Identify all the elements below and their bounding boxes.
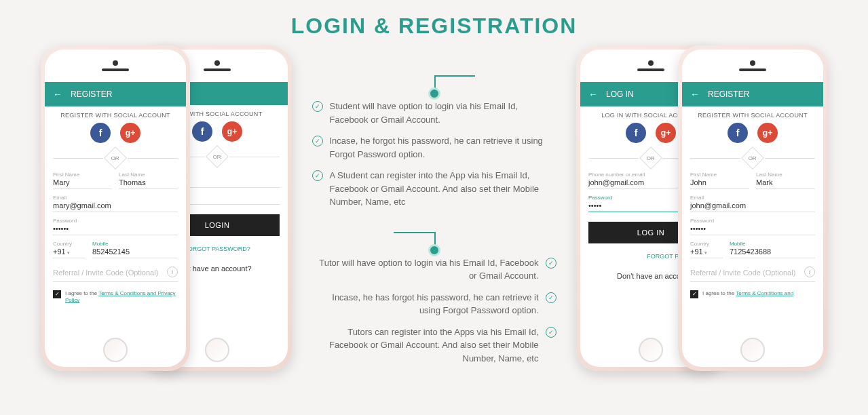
- social-title: REGISTER WITH SOCIAL ACCOUNT: [45, 106, 186, 123]
- info-icon[interactable]: i: [804, 266, 815, 277]
- first-name-field[interactable]: First Name Mary: [53, 170, 112, 189]
- country-field[interactable]: Country +91▾: [690, 239, 723, 258]
- phone-bezel-top: [682, 50, 823, 82]
- first-name-field[interactable]: First Name John: [690, 170, 749, 189]
- page-title: LOGIN & REGISTRATION: [0, 0, 868, 45]
- connector-dot: [428, 244, 440, 256]
- agree-terms-row[interactable]: ✓ I agree to the Terms & Conditions and …: [53, 286, 178, 309]
- mobile-value: 852452145: [92, 247, 178, 256]
- phone-bezel-bottom: [45, 333, 186, 367]
- last-name-label: Last Name: [119, 172, 178, 178]
- referral-field[interactable]: Referral / Invite Code (Optional) i: [690, 262, 815, 282]
- phone-bezel-top: [45, 50, 186, 82]
- feature-descriptions: ✓Student will have option to login via h…: [312, 45, 556, 371]
- country-label: Country: [690, 241, 723, 247]
- terms-link[interactable]: Terms & Conditions and: [736, 290, 793, 296]
- first-name-label: First Name: [690, 172, 749, 178]
- first-name-label: First Name: [53, 172, 112, 178]
- agree-prefix: I agree to the: [65, 290, 98, 296]
- country-value: +91▾: [690, 247, 723, 256]
- mobile-label: Mobile: [730, 241, 815, 247]
- facebook-icon[interactable]: f: [626, 123, 646, 143]
- facebook-icon[interactable]: f: [192, 121, 212, 142]
- chevron-down-icon: ▾: [67, 250, 70, 255]
- check-icon: ✓: [546, 327, 556, 338]
- terms-checkbox[interactable]: ✓: [53, 290, 61, 298]
- chevron-down-icon: ▾: [704, 250, 707, 255]
- check-icon: ✓: [546, 292, 556, 303]
- mobile-field[interactable]: Mobile 7125423688: [730, 239, 815, 258]
- header-title: REGISTER: [708, 90, 749, 99]
- last-name-field[interactable]: Last Name Thomas: [119, 170, 178, 189]
- app-header: ← REGISTER: [45, 82, 186, 106]
- app-header: ← REGISTER: [682, 82, 823, 106]
- home-button[interactable]: [740, 338, 765, 362]
- agree-terms-row[interactable]: ✓ I agree to the Terms & Conditions and: [690, 286, 815, 302]
- email-field[interactable]: Email john@gmail.com: [690, 193, 815, 212]
- feature-bullet: ✓A Student can register into the App via…: [312, 169, 556, 209]
- back-icon[interactable]: ←: [588, 89, 598, 100]
- feature-bullet: ✓Tutor will have option to login via his…: [312, 256, 556, 283]
- check-icon: ✓: [546, 258, 556, 269]
- terms-checkbox[interactable]: ✓: [690, 290, 698, 298]
- email-value: mary@gmail.com: [53, 201, 178, 210]
- first-name-value: Mary: [53, 178, 112, 186]
- facebook-icon[interactable]: f: [728, 123, 748, 143]
- mobile-label: Mobile: [92, 241, 178, 247]
- info-icon[interactable]: i: [167, 266, 178, 277]
- google-plus-icon[interactable]: g+: [222, 121, 242, 142]
- email-value: john@gmail.com: [690, 201, 815, 210]
- phone-register-student: ← REGISTER REGISTER WITH SOCIAL ACCOUNT …: [41, 45, 190, 371]
- country-label: Country: [53, 241, 86, 247]
- feature-bullet: ✓Tutors can register into the Apps via h…: [312, 325, 556, 365]
- password-field[interactable]: Password ••••••: [53, 216, 178, 235]
- last-name-label: Last Name: [756, 172, 815, 178]
- tutor-features: ✓Tutor will have option to login via his…: [312, 256, 556, 365]
- bullet-text: Student will have option to login via hi…: [330, 100, 556, 126]
- password-value: ••••••: [690, 224, 815, 233]
- email-field[interactable]: Email mary@gmail.com: [53, 193, 178, 212]
- password-label: Password: [690, 218, 815, 224]
- password-field[interactable]: Password ••••••: [690, 216, 815, 235]
- referral-placeholder: Referral / Invite Code (Optional): [53, 268, 163, 277]
- home-button[interactable]: [205, 338, 229, 362]
- bullet-text: Tutor will have option to login via his …: [312, 256, 539, 283]
- bullet-text: A Student can register into the App via …: [330, 169, 556, 209]
- connector-dot: [428, 87, 440, 100]
- home-button[interactable]: [639, 338, 663, 362]
- check-icon: ✓: [312, 101, 323, 112]
- last-name-value: Thomas: [119, 178, 178, 186]
- google-plus-icon[interactable]: g+: [757, 123, 778, 143]
- left-phone-group: ← REGISTER REGISTER WITH SOCIAL ACCOUNT …: [41, 45, 292, 371]
- referral-placeholder: Referral / Invite Code (Optional): [690, 268, 800, 277]
- mobile-field[interactable]: Mobile 852452145: [92, 239, 178, 258]
- referral-field[interactable]: Referral / Invite Code (Optional) i: [53, 262, 178, 282]
- email-label: Email: [690, 195, 815, 201]
- mobile-value: 7125423688: [730, 247, 815, 256]
- country-field[interactable]: Country +91▾: [53, 239, 86, 258]
- google-plus-icon[interactable]: g+: [120, 123, 140, 143]
- screen-register: ← REGISTER REGISTER WITH SOCIAL ACCOUNT …: [682, 82, 823, 333]
- password-value: ••••••: [53, 224, 178, 233]
- last-name-field[interactable]: Last Name Mark: [756, 170, 815, 189]
- bullet-text: Incase, he forgot his password, he can r…: [330, 134, 556, 161]
- google-plus-icon[interactable]: g+: [656, 123, 676, 143]
- header-title: REGISTER: [71, 90, 112, 99]
- check-icon: ✓: [312, 170, 323, 181]
- or-divider: OR: [682, 149, 823, 170]
- screen-register: ← REGISTER REGISTER WITH SOCIAL ACCOUNT …: [45, 82, 186, 333]
- home-button[interactable]: [103, 338, 128, 362]
- phone-register-tutor: ← REGISTER REGISTER WITH SOCIAL ACCOUNT …: [678, 45, 827, 371]
- content-area: ← REGISTER REGISTER WITH SOCIAL ACCOUNT …: [0, 45, 868, 371]
- bullet-text: Incase, he has forgot his password, he c…: [312, 291, 539, 317]
- first-name-value: John: [690, 178, 749, 186]
- phone-bezel-bottom: [682, 333, 823, 367]
- email-label: Email: [53, 195, 178, 201]
- student-features: ✓Student will have option to login via h…: [312, 100, 556, 209]
- facebook-icon[interactable]: f: [90, 123, 111, 143]
- feature-bullet: ✓Student will have option to login via h…: [312, 100, 556, 126]
- back-icon[interactable]: ←: [690, 89, 700, 100]
- feature-bullet: ✓Incase, he forgot his password, he can …: [312, 134, 556, 161]
- country-value: +91▾: [53, 247, 86, 256]
- back-icon[interactable]: ←: [53, 89, 62, 100]
